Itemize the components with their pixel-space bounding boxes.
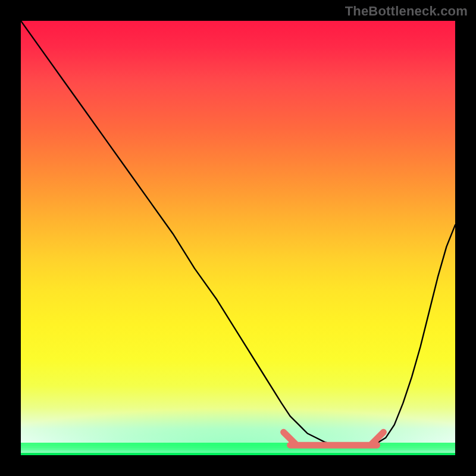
chart-plot-area (21, 21, 455, 455)
watermark-text: TheBottleneck.com (345, 4, 468, 19)
optimal-range-marker (21, 21, 455, 455)
